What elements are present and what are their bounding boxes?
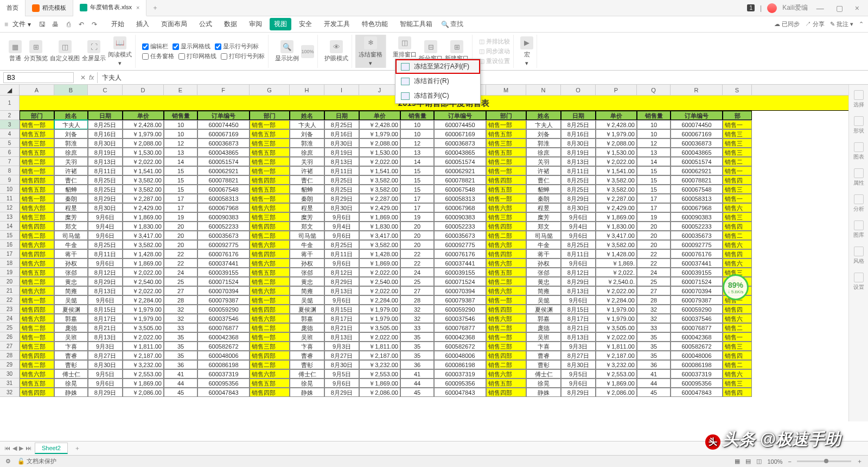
cell[interactable]: 销售六部 [20,314,54,323]
cell[interactable]: 20 [400,222,434,231]
cell[interactable]: 35 [164,332,197,342]
cell[interactable]: 黄忠 [290,277,324,286]
cell[interactable]: 600035673 [434,231,486,240]
cell[interactable]: ￥2,022.00 [596,332,637,342]
ribbon-tab-1[interactable]: 插入 [132,18,154,30]
cell[interactable]: 600035673 [671,231,723,240]
cell[interactable]: 销售二部 [20,277,54,286]
cell[interactable]: 10 [400,129,434,138]
cell[interactable]: 销售二部 [20,360,54,369]
cell[interactable]: 45 [400,388,434,397]
cell[interactable]: 32 [164,305,197,314]
cell[interactable]: 秦朗 [290,194,324,203]
cell[interactable]: 8月13日 [88,332,123,342]
ribbon-tab-9[interactable]: 特色功能 [358,18,392,30]
cell[interactable]: 吴班 [526,332,561,342]
cell[interactable]: 销售六部 [250,314,290,323]
cell[interactable]: 静姝 [54,388,88,397]
cell[interactable]: 41 [164,369,197,378]
cell[interactable]: 孙权 [526,258,561,268]
cell[interactable]: ￥1,869.00 [123,212,164,222]
cell[interactable]: ￥3,582.00 [123,175,164,185]
cell[interactable]: 13 [637,148,671,157]
cell[interactable]: 销售五部 [250,185,290,194]
cell[interactable]: 9月6日 [324,378,359,388]
cell[interactable]: 9月6日 [561,231,596,240]
close-window-icon[interactable]: × [852,4,863,12]
cell[interactable]: 600067968 [197,203,250,212]
template-tab[interactable]: 稻壳模板 [25,0,73,16]
add-sheet-button[interactable]: ＋ [71,444,84,452]
cell[interactable]: 8月25日 [324,120,359,129]
cell[interactable]: 600051574 [671,157,723,166]
cell[interactable]: 关羽 [54,157,88,166]
reading-mode-button[interactable]: 📖阅读模式▾ [108,36,132,67]
cell[interactable]: 销售一部 [486,295,526,305]
cell[interactable]: 蒋干 [54,249,88,258]
cell[interactable]: 8月29日 [88,277,123,286]
cell[interactable]: 600070394 [671,286,723,295]
panel-item-4[interactable]: 分析 [853,194,864,213]
cell[interactable]: 貂蝉 [526,185,561,194]
row-header[interactable]: 3 [0,120,20,129]
header-cell[interactable]: 销售量 [400,111,434,120]
cell[interactable]: 销售五部 [250,129,290,138]
preview-icon[interactable]: ⎙ [63,21,73,28]
cell[interactable]: 600076877 [434,323,486,332]
cell[interactable]: 曹睿 [290,351,324,360]
cell[interactable]: 销售四部 [250,351,290,360]
home-tab[interactable]: 首页 [0,0,25,16]
cell[interactable]: 销售五部 [20,378,54,388]
ribbon-tab-5[interactable]: 审阅 [245,18,266,30]
cell[interactable]: 销售五部 [20,129,54,138]
cell[interactable]: ￥3,232.00 [596,360,637,369]
search-icon[interactable]: 🔍 [441,21,449,28]
cell[interactable]: 卞喜 [526,342,561,351]
cell[interactable]: 销售四部 [20,351,54,360]
cell[interactable]: 600092775 [434,240,486,249]
cell[interactable]: ￥3,582.00 [596,185,637,194]
row-header[interactable]: 32 [0,388,20,397]
cell[interactable]: 简雍 [290,286,324,295]
cell[interactable]: ￥2,022.00 [359,268,400,277]
cell[interactable]: ￥2,088.00 [359,138,400,148]
cell[interactable]: 郑文 [54,222,88,231]
cell[interactable]: 8月30日 [561,360,596,369]
cell[interactable]: 销售一部 [250,194,290,203]
cell[interactable]: 35 [164,351,197,360]
cell[interactable]: 徐庶 [290,148,324,157]
cell[interactable]: 35 [400,332,434,342]
cell[interactable]: 8月16日 [324,129,359,138]
cell[interactable]: 12 [400,138,434,148]
cell[interactable]: 600037319 [197,369,250,378]
cell[interactable]: 销售六部 [250,369,290,378]
cell[interactable]: 600037441 [671,258,723,268]
cell[interactable]: ￥2,429.00 [123,203,164,212]
cell[interactable]: 600079387 [671,295,723,305]
cell[interactable]: 销售二部 [20,323,54,332]
col-header[interactable]: O [561,85,596,95]
col-header[interactable]: I [324,85,359,95]
row-header[interactable]: 17 [0,249,20,258]
cell[interactable]: 8月25日 [324,240,359,249]
cell[interactable]: ￥2,022.00 [123,286,164,295]
cell[interactable]: 20 [164,222,197,231]
header-cell[interactable]: 单价 [123,111,164,120]
cell[interactable]: ￥2,088.00 [123,138,164,148]
cell[interactable]: 8月19日 [88,148,123,157]
cell[interactable]: 8月17日 [324,314,359,323]
cell[interactable]: ￥3,232.00 [359,360,400,369]
cell[interactable]: ￥2,284.00 [123,295,164,305]
cell[interactable]: ￥1,979.00 [123,314,164,323]
cell[interactable]: 徐庶 [54,148,88,157]
save-icon[interactable]: 🖫 [37,21,47,28]
cell[interactable]: ￥1,979.00 [359,305,400,314]
cell[interactable]: 吴班 [290,332,324,342]
cell[interactable]: 糜芳 [526,212,561,222]
ribbon-tab-4[interactable]: 数据 [220,18,241,30]
header-cell[interactable]: 部 [723,111,752,120]
cell[interactable]: 静姝 [526,388,561,397]
cell[interactable]: 8月25日 [88,175,123,185]
cell[interactable]: 600095356 [434,378,486,388]
cell[interactable]: 17 [164,194,197,203]
